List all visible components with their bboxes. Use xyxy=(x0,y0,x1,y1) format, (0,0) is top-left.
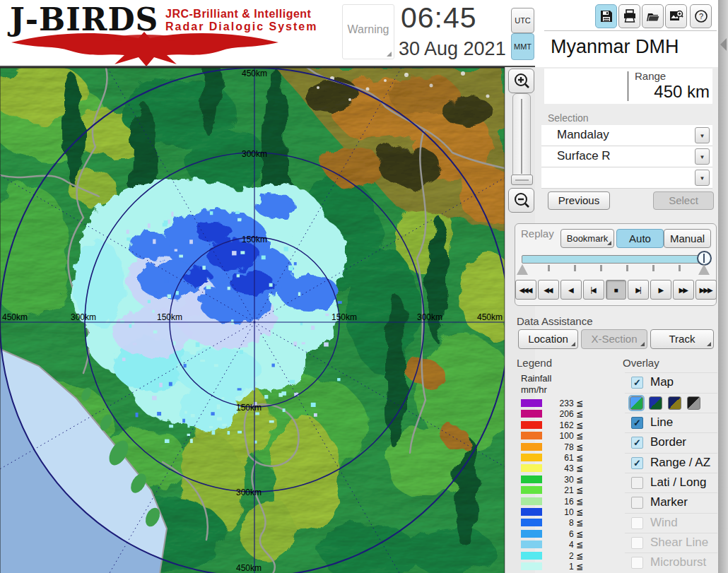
zoom-out-button[interactable] xyxy=(508,188,534,213)
legend-row: 21 ≦ xyxy=(518,485,585,495)
legend-color-swatch xyxy=(521,475,542,483)
legend-value: 233 ≦ xyxy=(544,398,583,408)
overlay-item-marker[interactable]: Marker xyxy=(625,492,717,513)
overlay-item-line[interactable]: ✓Line xyxy=(625,413,717,433)
legend-value: 21 ≦ xyxy=(544,485,583,495)
overlay-item-microburst[interactable]: Microburst xyxy=(625,553,717,573)
overlay-item-lati-long[interactable]: Lati / Long xyxy=(625,473,717,493)
svg-text:450km: 450km xyxy=(242,69,267,78)
checkbox[interactable] xyxy=(631,537,643,549)
auto-button[interactable]: Auto xyxy=(616,229,664,248)
forward-button[interactable]: ▶▶ xyxy=(673,280,694,300)
checkbox[interactable]: ✓ xyxy=(631,377,643,389)
logo-subtitle-1: JRC-Brilliant & Intelligent xyxy=(165,8,311,20)
legend-value: 162 ≦ xyxy=(544,420,583,430)
legend-row: 233 ≦ xyxy=(518,398,585,408)
rewind-fast-button[interactable]: ◀◀◀ xyxy=(515,280,536,300)
checkbox[interactable] xyxy=(631,517,643,529)
rewind-button[interactable]: ◀◀ xyxy=(538,280,559,300)
chevron-down-icon[interactable]: ▼ xyxy=(695,148,710,165)
clock-time: 06:45 xyxy=(401,1,477,35)
overlay-item-range-az[interactable]: ✓Range / AZ xyxy=(625,453,717,473)
legend-row: 6 ≦ xyxy=(518,529,585,538)
forward-fast-button[interactable]: ▶▶▶ xyxy=(695,280,717,300)
step-back-button[interactable]: |◀ xyxy=(583,280,604,300)
legend-value: 10 ≦ xyxy=(544,507,583,517)
zoom-slider-handle[interactable] xyxy=(511,175,533,185)
legend-row: 162 ≦ xyxy=(518,420,585,430)
checkbox[interactable] xyxy=(631,557,643,569)
legend-value: 6 ≦ xyxy=(544,529,583,539)
save-button[interactable] xyxy=(595,4,617,28)
legend-value: 30 ≦ xyxy=(544,475,583,485)
warning-button[interactable]: Warning xyxy=(342,4,394,59)
radar-map[interactable]: 450km300km150km150km300km450km450km300km… xyxy=(0,67,505,573)
magnifier-minus-icon xyxy=(513,192,530,209)
map-style-swatch-2[interactable] xyxy=(668,396,681,410)
select-button[interactable]: Select xyxy=(653,191,714,210)
replay-tick xyxy=(679,265,681,271)
replay-range-start-marker[interactable] xyxy=(517,264,528,275)
legend-color-swatch xyxy=(521,443,542,451)
replay-range-end-marker[interactable] xyxy=(698,264,710,275)
panel-edge-strip[interactable] xyxy=(718,0,728,573)
map-style-swatch-1[interactable] xyxy=(649,396,662,410)
legend-color-swatch xyxy=(521,497,542,505)
replay-slider-track[interactable] xyxy=(522,255,704,264)
data-assistance-label: Data Assistance xyxy=(517,315,593,327)
print-button[interactable] xyxy=(618,4,640,28)
station-name: Myanmar DMH xyxy=(551,36,679,58)
legend-value: 61 ≦ xyxy=(544,453,583,463)
selection-dropdown-1[interactable]: Surface R▼ xyxy=(541,146,712,167)
checkbox[interactable] xyxy=(631,497,643,509)
overlay-item-shear-line[interactable]: Shear Line xyxy=(625,533,717,553)
legend-color-swatch xyxy=(521,464,542,472)
legend-color-swatch xyxy=(521,432,542,439)
svg-text:150km: 150km xyxy=(157,312,182,322)
legend-row: 10 ≦ xyxy=(518,507,585,516)
legend-row: 100 ≦ xyxy=(518,431,585,440)
checkbox[interactable] xyxy=(631,477,643,489)
open-file-button[interactable] xyxy=(642,4,664,28)
overlay-item-label: Line xyxy=(650,415,673,430)
checkbox[interactable]: ✓ xyxy=(631,457,643,469)
legend-title-rainfall: Rainfall xyxy=(521,373,551,384)
svg-text:150km: 150km xyxy=(331,312,357,322)
track-button[interactable]: Track xyxy=(650,329,714,349)
legend-value: 4 ≦ xyxy=(544,540,583,550)
xsection-button[interactable]: X-Section xyxy=(581,329,647,349)
chevron-down-icon[interactable]: ▼ xyxy=(695,170,710,186)
play-button[interactable]: ▶ xyxy=(650,280,671,300)
selection-dropdown-value: Mandalay xyxy=(557,128,609,142)
map-style-swatch-0[interactable] xyxy=(630,396,643,410)
selection-dropdown-0[interactable]: Mandalay▼ xyxy=(541,125,712,146)
utc-button[interactable]: UTC xyxy=(511,8,534,33)
help-button[interactable]: ? xyxy=(690,4,712,28)
panel-collapse-arrow-icon[interactable] xyxy=(720,38,727,51)
overlay-item-wind[interactable]: Wind xyxy=(625,513,717,533)
previous-button[interactable]: Previous xyxy=(548,191,610,210)
mmt-button[interactable]: MMT xyxy=(511,33,534,60)
svg-text:300km: 300km xyxy=(417,312,442,322)
replay-slider-handle[interactable] xyxy=(697,251,712,266)
location-button[interactable]: Location xyxy=(518,329,578,349)
legend-row: 2 ≦ xyxy=(518,551,585,560)
legend-value: 16 ≦ xyxy=(544,497,583,507)
overlay-item-border[interactable]: ✓Border xyxy=(625,432,717,453)
svg-text:300km: 300km xyxy=(71,312,96,322)
svg-text:?: ? xyxy=(698,12,703,20)
play-reverse-button[interactable]: ◀ xyxy=(560,280,582,300)
stop-button[interactable]: ■ xyxy=(606,280,627,300)
map-style-swatch-3[interactable] xyxy=(687,396,700,410)
checkbox[interactable]: ✓ xyxy=(631,437,643,449)
manual-button[interactable]: Manual xyxy=(664,229,711,248)
image-zoom-icon xyxy=(669,9,683,23)
checkbox[interactable]: ✓ xyxy=(631,417,643,429)
step-forward-button[interactable]: ▶| xyxy=(628,280,649,300)
zoom-in-button[interactable] xyxy=(508,69,534,93)
selection-dropdown-2[interactable]: ▼ xyxy=(541,167,712,189)
bookmark-button[interactable]: Bookmark xyxy=(560,229,614,248)
overlay-item-map[interactable]: ✓Map xyxy=(625,372,717,393)
chevron-down-icon[interactable]: ▼ xyxy=(695,127,710,143)
capture-button[interactable] xyxy=(665,4,687,28)
